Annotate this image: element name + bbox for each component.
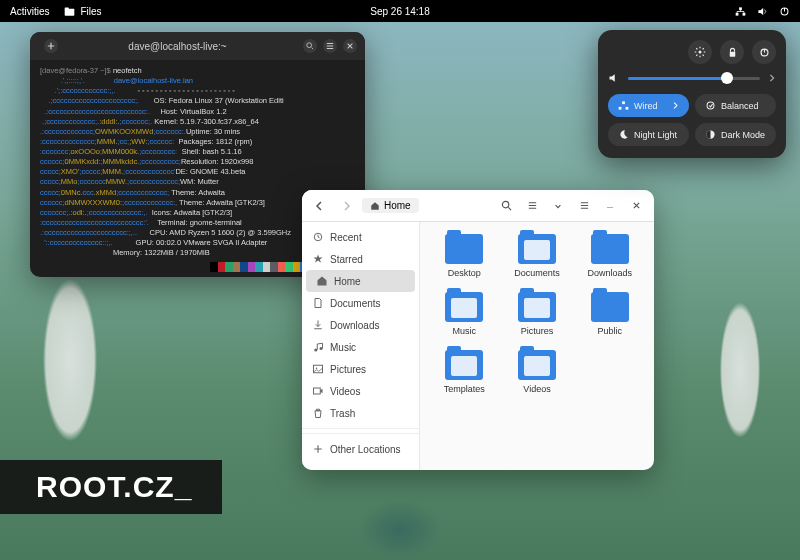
volume-tray-icon[interactable] xyxy=(756,5,768,17)
sidebar-item-documents[interactable]: Documents xyxy=(302,292,419,314)
svg-point-6 xyxy=(307,43,312,48)
sidebar-item-pictures[interactable]: Pictures xyxy=(302,358,419,380)
moon-icon xyxy=(618,129,629,140)
sidebar-item-label: Starred xyxy=(330,254,363,265)
menu-button[interactable] xyxy=(323,39,337,53)
folder-label: Documents xyxy=(514,268,560,278)
night-light-toggle[interactable]: Night Light xyxy=(608,123,689,146)
watermark-overlay: ROOT.CZ_ xyxy=(0,460,222,514)
folder-icon xyxy=(518,234,556,264)
home-icon xyxy=(316,275,328,287)
svg-rect-14 xyxy=(729,51,735,56)
terminal-title: dave@localhost-live:~ xyxy=(58,41,297,52)
quick-settings-panel: Wired Balanced Night Light Dark Mode xyxy=(598,30,786,158)
music-icon xyxy=(312,341,324,353)
search-button[interactable] xyxy=(496,196,516,216)
sidebar-item-label: Trash xyxy=(330,408,355,419)
search-button[interactable] xyxy=(303,39,317,53)
folder-icon xyxy=(445,292,483,322)
path-bar[interactable]: Home xyxy=(362,198,419,213)
list-view-button[interactable] xyxy=(522,196,542,216)
close-button[interactable] xyxy=(343,39,357,53)
folder-pictures[interactable]: Pictures xyxy=(505,292,570,336)
pic-icon xyxy=(312,363,324,375)
folder-icon xyxy=(445,350,483,380)
volume-slider[interactable] xyxy=(608,72,776,84)
sidebar-item-other-locations[interactable]: Other Locations xyxy=(302,438,419,460)
folder-public[interactable]: Public xyxy=(577,292,642,336)
close-button[interactable] xyxy=(626,196,646,216)
view-options-button[interactable] xyxy=(548,196,568,216)
wired-toggle[interactable]: Wired xyxy=(608,94,689,117)
sidebar-item-starred[interactable]: Starred xyxy=(302,248,419,270)
files-window[interactable]: Home – RecentStarredHomeDocumentsDownloa… xyxy=(302,190,654,470)
folder-label: Music xyxy=(453,326,477,336)
terminal-titlebar[interactable]: dave@localhost-live:~ xyxy=(30,32,365,60)
minimize-button[interactable]: – xyxy=(600,196,620,216)
folder-icon xyxy=(591,234,629,264)
lock-button[interactable] xyxy=(720,40,744,64)
folder-downloads[interactable]: Downloads xyxy=(577,234,642,278)
folder-music[interactable]: Music xyxy=(432,292,497,336)
power-mode-toggle[interactable]: Balanced xyxy=(695,94,776,117)
forward-button[interactable] xyxy=(336,196,356,216)
sidebar-item-videos[interactable]: Videos xyxy=(302,380,419,402)
folder-label: Templates xyxy=(444,384,485,394)
svg-rect-17 xyxy=(619,107,622,110)
sidebar-item-label: Recent xyxy=(330,232,362,243)
folder-icon xyxy=(518,350,556,380)
files-headerbar: Home – xyxy=(302,190,654,222)
sidebar-item-label: Downloads xyxy=(330,320,379,331)
files-sidebar: RecentStarredHomeDocumentsDownloadsMusic… xyxy=(302,190,420,470)
sidebar-item-recent[interactable]: Recent xyxy=(302,226,419,248)
volume-icon xyxy=(608,72,620,84)
svg-rect-18 xyxy=(626,107,629,110)
power-tray-icon[interactable] xyxy=(778,5,790,17)
sidebar-item-label: Pictures xyxy=(330,364,366,375)
menu-button[interactable] xyxy=(574,196,594,216)
power-button[interactable] xyxy=(752,40,776,64)
files-content[interactable]: DesktopDocumentsDownloadsMusicPicturesPu… xyxy=(420,190,654,470)
down-icon xyxy=(312,319,324,331)
folder-videos[interactable]: Videos xyxy=(505,350,570,394)
folder-label: Desktop xyxy=(448,268,481,278)
network-tray-icon[interactable] xyxy=(734,5,746,17)
svg-point-11 xyxy=(316,368,318,370)
back-button[interactable] xyxy=(310,196,330,216)
sidebar-item-trash[interactable]: Trash xyxy=(302,402,419,424)
svg-point-19 xyxy=(707,102,714,109)
svg-rect-3 xyxy=(735,12,738,15)
folder-label: Downloads xyxy=(587,268,632,278)
top-panel: Activities Files Sep 26 14:18 xyxy=(0,0,800,22)
new-tab-button[interactable] xyxy=(44,39,58,53)
plus-icon xyxy=(312,443,324,455)
files-icon xyxy=(63,5,75,17)
star-icon xyxy=(312,253,324,265)
dark-mode-toggle[interactable]: Dark Mode xyxy=(695,123,776,146)
svg-point-7 xyxy=(502,201,508,207)
app-menu[interactable]: Files xyxy=(63,5,101,17)
sidebar-item-label: Videos xyxy=(330,386,360,397)
folder-label: Videos xyxy=(523,384,550,394)
chevron-right-icon[interactable] xyxy=(768,73,776,83)
chevron-right-icon xyxy=(672,101,679,110)
sidebar-item-home[interactable]: Home xyxy=(306,270,415,292)
folder-icon xyxy=(518,292,556,322)
folder-icon xyxy=(445,234,483,264)
sidebar-item-downloads[interactable]: Downloads xyxy=(302,314,419,336)
sidebar-item-label: Home xyxy=(334,276,361,287)
folder-documents[interactable]: Documents xyxy=(505,234,570,278)
activities-button[interactable]: Activities xyxy=(10,6,49,17)
sidebar-item-label: Documents xyxy=(330,298,381,309)
svg-rect-16 xyxy=(622,101,625,104)
svg-rect-2 xyxy=(739,7,742,10)
folder-desktop[interactable]: Desktop xyxy=(432,234,497,278)
folder-label: Public xyxy=(597,326,622,336)
balanced-icon xyxy=(705,100,716,111)
sidebar-item-music[interactable]: Music xyxy=(302,336,419,358)
folder-templates[interactable]: Templates xyxy=(432,350,497,394)
clock[interactable]: Sep 26 14:18 xyxy=(370,6,430,17)
svg-rect-12 xyxy=(314,388,321,394)
settings-button[interactable] xyxy=(688,40,712,64)
dark-icon xyxy=(705,129,716,140)
